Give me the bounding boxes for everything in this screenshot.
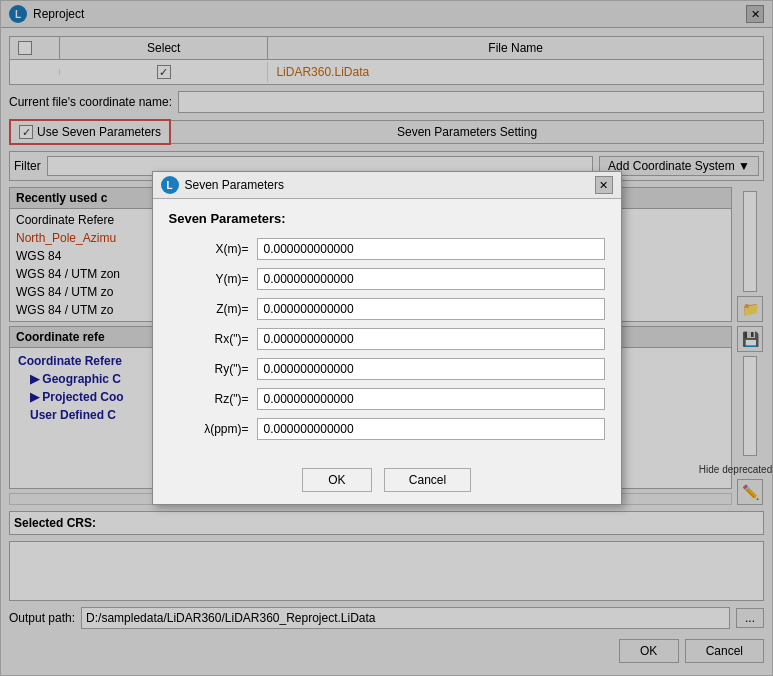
param-label-ry: Ry(")= — [169, 362, 249, 376]
param-input-rz[interactable] — [257, 388, 605, 410]
param-input-x[interactable] — [257, 238, 605, 260]
main-window: L Reproject ✕ Select File Name LiDAR360.… — [0, 0, 773, 676]
modal-section-title: Seven Parameters: — [169, 211, 605, 226]
modal-title-left: L Seven Parameters — [161, 176, 284, 194]
modal-title-bar: L Seven Parameters ✕ — [153, 172, 621, 199]
param-row-lambda: λ(ppm)= — [169, 418, 605, 440]
param-label-rz: Rz(")= — [169, 392, 249, 406]
param-label-z: Z(m)= — [169, 302, 249, 316]
param-input-z[interactable] — [257, 298, 605, 320]
param-row-rz: Rz(")= — [169, 388, 605, 410]
modal-overlay: L Seven Parameters ✕ Seven Parameters: X… — [1, 1, 772, 675]
param-row-ry: Ry(")= — [169, 358, 605, 380]
modal-close-button[interactable]: ✕ — [595, 176, 613, 194]
param-label-lambda: λ(ppm)= — [169, 422, 249, 436]
modal-title: Seven Parameters — [185, 178, 284, 192]
param-input-ry[interactable] — [257, 358, 605, 380]
param-input-rx[interactable] — [257, 328, 605, 350]
param-input-y[interactable] — [257, 268, 605, 290]
param-input-lambda[interactable] — [257, 418, 605, 440]
modal-app-icon: L — [161, 176, 179, 194]
param-row-z: Z(m)= — [169, 298, 605, 320]
param-label-y: Y(m)= — [169, 272, 249, 286]
param-row-x: X(m)= — [169, 238, 605, 260]
param-row-y: Y(m)= — [169, 268, 605, 290]
param-label-x: X(m)= — [169, 242, 249, 256]
param-label-rx: Rx(")= — [169, 332, 249, 346]
seven-parameters-modal: L Seven Parameters ✕ Seven Parameters: X… — [152, 171, 622, 505]
param-row-rx: Rx(")= — [169, 328, 605, 350]
modal-content: Seven Parameters: X(m)= Y(m)= Z(m)= Rx("… — [153, 199, 621, 452]
modal-ok-button[interactable]: OK — [302, 468, 372, 492]
modal-cancel-button[interactable]: Cancel — [384, 468, 471, 492]
modal-buttons: OK Cancel — [153, 456, 621, 504]
